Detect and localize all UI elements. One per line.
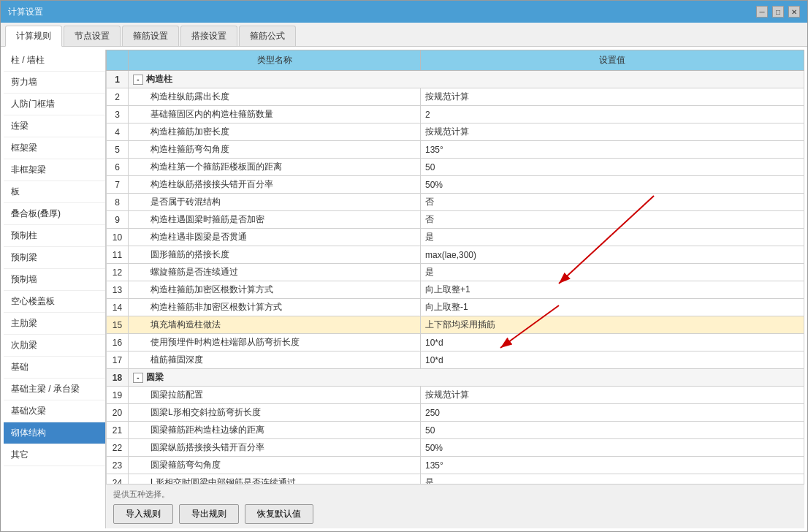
row-value[interactable]: 50 <box>421 159 804 176</box>
row-name: 构造柱遇非圆梁是否贯通 <box>129 229 421 246</box>
row-value[interactable]: 按规范计算 <box>421 387 804 404</box>
tab-overlap-settings[interactable]: 搭接设置 <box>180 26 237 46</box>
sidebar-item-foundation-sub-beam[interactable]: 基础次梁 <box>4 400 105 422</box>
row-value[interactable]: 250 <box>421 404 804 422</box>
table-row[interactable]: 16 使用预埋件时构造柱端部从筋弯折长度 10*d <box>107 334 804 352</box>
table-row[interactable]: 20 圆梁L形相交斜拉筋弯折长度 250 <box>107 404 804 422</box>
tab-stirrup-formula[interactable]: 箍筋公式 <box>239 26 296 46</box>
sidebar-item-frame-beam[interactable]: 框架梁 <box>4 137 105 159</box>
row-number: 3 <box>107 106 129 123</box>
table-row[interactable]: 2 构造柱纵筋露出长度 按规范计算 <box>107 88 804 106</box>
row-number: 23 <box>107 457 129 474</box>
group-toggle[interactable]: - <box>133 373 143 383</box>
row-name: 构造柱纵筋搭接接头错开百分率 <box>129 176 421 194</box>
row-value[interactable]: 否 <box>421 194 804 211</box>
row-name: 构造柱遇圆梁时箍筋是否加密 <box>129 211 421 229</box>
table-row[interactable]: 10 构造柱遇非圆梁是否贯通 是 <box>107 229 804 246</box>
row-number: 22 <box>107 439 129 457</box>
row-value[interactable]: 50 <box>421 422 804 439</box>
row-value[interactable]: 按规范计算 <box>421 88 804 106</box>
tab-calculation-rules[interactable]: 计算规则 <box>5 26 62 47</box>
row-value[interactable]: 10*d <box>421 334 804 352</box>
table-row[interactable]: 3 基础箍固区内的构造柱箍筋数量 2 <box>107 106 804 123</box>
maximize-button[interactable]: □ <box>772 6 784 18</box>
row-value[interactable]: 向上取整+1 <box>421 281 804 299</box>
close-button[interactable]: ✕ <box>788 6 800 18</box>
row-name: 构造柱箍筋非加密区根数计算方式 <box>129 299 421 316</box>
table-container[interactable]: 类型名称 设置值 1 -构造柱 2 构造柱纵筋露出长度 按规范计算 3 基础箍固… <box>106 50 804 484</box>
sidebar-item-foundation[interactable]: 基础 <box>4 357 105 379</box>
main-window: 计算设置 ─ □ ✕ 计算规则 节点设置 箍筋设置 搭接设置 箍筋公式 柱 / … <box>0 0 808 532</box>
row-value[interactable]: 向上取整-1 <box>421 299 804 316</box>
row-name: 圆梁拉筋配置 <box>129 387 421 404</box>
settings-table: 类型名称 设置值 1 -构造柱 2 构造柱纵筋露出长度 按规范计算 3 基础箍固… <box>106 50 804 484</box>
table-row[interactable]: 23 圆梁箍筋弯勾角度 135° <box>107 457 804 474</box>
row-name: 基础箍固区内的构造柱箍筋数量 <box>129 106 421 123</box>
sidebar-item-sub-rib[interactable]: 次肋梁 <box>4 335 105 357</box>
table-row[interactable]: 14 构造柱箍筋非加密区根数计算方式 向上取整-1 <box>107 299 804 316</box>
sidebar-item-slab[interactable]: 板 <box>4 181 105 203</box>
sidebar-item-airdefense[interactable]: 人防门框墙 <box>4 94 105 115</box>
row-value[interactable]: 上下部均采用插筋 <box>421 316 804 334</box>
table-row[interactable]: 22 圆梁纵筋搭接接头错开百分率 50% <box>107 439 804 457</box>
table-row[interactable]: 4 构造柱箍筋加密长度 按规范计算 <box>107 123 804 141</box>
table-row[interactable]: 9 构造柱遇圆梁时箍筋是否加密 否 <box>107 211 804 229</box>
row-value[interactable]: 是 <box>421 264 804 281</box>
row-value[interactable]: 50% <box>421 176 804 194</box>
sidebar-item-hollow-slab[interactable]: 空心楼盖板 <box>4 291 105 313</box>
footer-buttons: 导入规则 导出规则 恢复默认值 <box>113 504 797 524</box>
table-row[interactable]: 15 填充墙构造柱做法 上下部均采用插筋 <box>107 316 804 334</box>
sidebar-item-shearwall[interactable]: 剪力墙 <box>4 72 105 94</box>
sidebar-item-column[interactable]: 柱 / 墙柱 <box>4 50 105 72</box>
table-row[interactable]: 19 圆梁拉筋配置 按规范计算 <box>107 387 804 404</box>
row-value[interactable]: max(lae,300) <box>421 246 804 264</box>
table-row[interactable]: 24 L形相交时圆梁中部钢筋是否连续通过 是 <box>107 474 804 484</box>
title-bar-controls: ─ □ ✕ <box>756 6 800 18</box>
group-toggle[interactable]: - <box>133 75 143 85</box>
col-header-value: 设置值 <box>421 50 804 71</box>
sidebar-item-other[interactable]: 其它 <box>4 444 105 466</box>
sidebar-item-coupling-beam[interactable]: 连梁 <box>4 115 105 137</box>
row-value[interactable]: 50% <box>421 439 804 457</box>
table-row[interactable]: 17 植筋箍固深度 10*d <box>107 352 804 369</box>
row-value[interactable]: 否 <box>421 211 804 229</box>
table-row[interactable]: 5 构造柱箍筋弯勾角度 135° <box>107 141 804 159</box>
table-row[interactable]: 21 圆梁箍筋距构造柱边缘的距离 50 <box>107 422 804 439</box>
row-value[interactable]: 135° <box>421 457 804 474</box>
tab-stirrup-settings[interactable]: 箍筋设置 <box>122 26 179 46</box>
table-row[interactable]: 13 构造柱箍筋加密区根数计算方式 向上取整+1 <box>107 281 804 299</box>
sidebar-item-foundation-main-beam[interactable]: 基础主梁 / 承台梁 <box>4 379 105 400</box>
export-rules-button[interactable]: 导出规则 <box>179 504 239 524</box>
row-name: 螺旋箍筋是否连续通过 <box>129 264 421 281</box>
import-rules-button[interactable]: 导入规则 <box>113 504 173 524</box>
row-number: 8 <box>107 194 129 211</box>
minimize-button[interactable]: ─ <box>756 6 768 18</box>
row-value[interactable]: 10*d <box>421 352 804 369</box>
sidebar-item-main-rib[interactable]: 主肋梁 <box>4 313 105 335</box>
row-number: 13 <box>107 281 129 299</box>
row-value[interactable]: 是 <box>421 474 804 484</box>
row-value[interactable]: 是 <box>421 229 804 246</box>
sidebar-item-composite-slab[interactable]: 叠合板(叠厚) <box>4 203 105 225</box>
sidebar-item-precast-column[interactable]: 预制柱 <box>4 225 105 247</box>
row-number: 20 <box>107 404 129 422</box>
row-name: 圆梁箍筋弯勾角度 <box>129 457 421 474</box>
table-row[interactable]: 6 构造柱第一个箍筋距楼板面的距离 50 <box>107 159 804 176</box>
row-value[interactable]: 按规范计算 <box>421 123 804 141</box>
restore-defaults-button[interactable]: 恢复默认值 <box>245 504 313 524</box>
sidebar-item-precast-wall[interactable]: 预制墙 <box>4 269 105 291</box>
row-number: 9 <box>107 211 129 229</box>
sidebar-item-precast-beam[interactable]: 预制梁 <box>4 247 105 269</box>
table-row[interactable]: 7 构造柱纵筋搭接接头错开百分率 50% <box>107 176 804 194</box>
row-number: 16 <box>107 334 129 352</box>
row-number: 5 <box>107 141 129 159</box>
row-name: 填充墙构造柱做法 <box>129 316 421 334</box>
table-row[interactable]: 12 螺旋箍筋是否连续通过 是 <box>107 264 804 281</box>
tab-node-settings[interactable]: 节点设置 <box>64 26 121 46</box>
row-value[interactable]: 135° <box>421 141 804 159</box>
table-row[interactable]: 11 圆形箍筋的搭接长度 max(lae,300) <box>107 246 804 264</box>
sidebar-item-masonry[interactable]: 砌体结构 <box>4 422 105 444</box>
sidebar-item-nonframe-beam[interactable]: 非框架梁 <box>4 159 105 181</box>
table-row[interactable]: 8 是否属于砖混结构 否 <box>107 194 804 211</box>
row-value[interactable]: 2 <box>421 106 804 123</box>
